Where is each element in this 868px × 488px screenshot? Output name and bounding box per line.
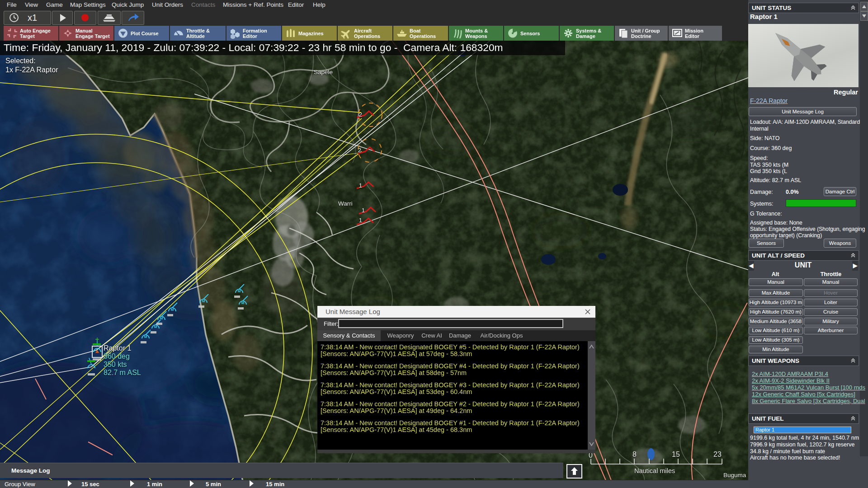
- svg-text:8: 8: [632, 450, 637, 458]
- svg-text:82.7 m ASL: 82.7 m ASL: [104, 369, 141, 376]
- svg-text:Nautical miles: Nautical miles: [634, 467, 675, 474]
- svg-text:x1: x1: [28, 13, 37, 23]
- svg-text:Buguma: Buguma: [723, 472, 746, 479]
- svg-text:M: M: [171, 308, 174, 312]
- svg-text:1: 1: [359, 217, 362, 224]
- svg-text:M: M: [154, 325, 157, 329]
- svg-text:23: 23: [713, 450, 722, 458]
- svg-text:15: 15: [672, 450, 680, 458]
- svg-text:360 deg: 360 deg: [104, 352, 130, 360]
- svg-text:Sapele: Sapele: [314, 69, 333, 75]
- svg-text:M: M: [241, 301, 245, 305]
- svg-text:350 kts: 350 kts: [104, 361, 127, 368]
- svg-text:Raptor 1: Raptor 1: [104, 344, 131, 352]
- svg-text:2: 2: [359, 111, 362, 118]
- svg-text:2: 2: [358, 147, 361, 154]
- svg-text:M: M: [238, 289, 241, 293]
- svg-text:M: M: [144, 335, 147, 339]
- svg-text:Warri: Warri: [338, 200, 353, 207]
- svg-text:1: 1: [359, 182, 362, 189]
- svg-text:M: M: [160, 316, 163, 320]
- svg-text:M: M: [202, 299, 205, 303]
- svg-text:1: 1: [362, 207, 365, 214]
